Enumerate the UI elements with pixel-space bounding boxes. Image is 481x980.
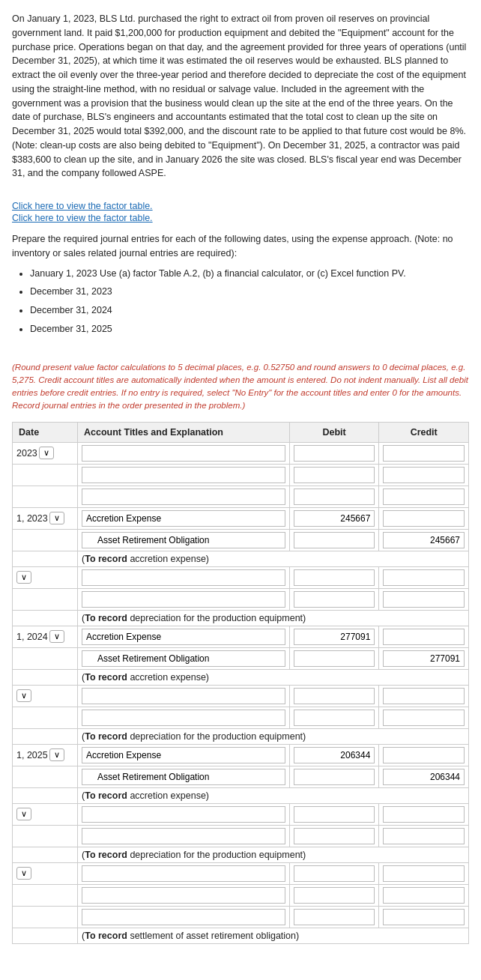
account-input[interactable]: [82, 510, 285, 527]
factor-table-link-2[interactable]: Click here to view the factor table.: [12, 213, 469, 223]
credit-input[interactable]: [383, 650, 465, 667]
record-bold: To record: [85, 554, 127, 564]
date-chevron-btn[interactable]: ∨: [16, 571, 31, 584]
credit-input[interactable]: [383, 445, 465, 462]
debit-input[interactable]: [294, 828, 375, 844]
date-chevron-btn[interactable]: ∨: [16, 689, 31, 702]
debit-input[interactable]: [294, 445, 375, 462]
debit-input[interactable]: [294, 769, 375, 785]
debit-input[interactable]: [294, 710, 375, 726]
date-selector[interactable]: 1, 2023∨: [16, 512, 73, 524]
account-input[interactable]: [82, 747, 285, 763]
debit-input[interactable]: [294, 489, 375, 505]
date-chevron-btn[interactable]: ∨: [39, 447, 54, 459]
account-input[interactable]: [82, 650, 285, 667]
note-row: (To record accretion expense): [13, 669, 469, 685]
credit-input[interactable]: [383, 532, 465, 548]
credit-input[interactable]: [383, 629, 465, 645]
debit-cell: [289, 529, 379, 551]
account-input[interactable]: [82, 591, 285, 608]
credit-input[interactable]: [383, 489, 465, 505]
table-row: [13, 766, 469, 787]
date-chevron-btn[interactable]: ∨: [49, 630, 64, 643]
debit-input[interactable]: [294, 591, 375, 608]
credit-input[interactable]: [383, 909, 465, 925]
account-title-cell: [78, 803, 290, 825]
credit-input[interactable]: [383, 688, 465, 704]
table-row: 2023∨: [13, 442, 469, 464]
credit-cell: [379, 529, 469, 551]
account-input[interactable]: [82, 688, 285, 704]
credit-input[interactable]: [383, 510, 465, 527]
debit-input[interactable]: [294, 887, 375, 904]
debit-input[interactable]: [294, 909, 375, 925]
credit-cell: [379, 464, 469, 486]
credit-input[interactable]: [383, 747, 465, 763]
debit-input[interactable]: [294, 510, 375, 527]
note-date-empty: [13, 669, 78, 685]
account-input[interactable]: [82, 467, 285, 483]
credit-input[interactable]: [383, 806, 465, 823]
debit-input[interactable]: [294, 569, 375, 586]
debit-input[interactable]: [294, 806, 375, 823]
account-input[interactable]: [82, 532, 285, 548]
record-bold: To record: [85, 790, 127, 801]
account-title-cell: [78, 744, 290, 766]
round-note: (Round present value factor calculations…: [12, 361, 469, 413]
date-chevron-btn[interactable]: ∨: [49, 512, 64, 524]
credit-cell: [379, 803, 469, 825]
date-selector[interactable]: ∨: [16, 867, 73, 880]
account-input[interactable]: [82, 489, 285, 505]
account-input[interactable]: [82, 909, 285, 925]
debit-input[interactable]: [294, 629, 375, 645]
credit-cell: [379, 884, 469, 906]
credit-input[interactable]: [383, 865, 465, 882]
note-row: (To record accretion expense): [13, 787, 469, 803]
account-input[interactable]: [82, 828, 285, 844]
date-chevron-btn[interactable]: ∨: [16, 808, 31, 820]
account-input[interactable]: [82, 865, 285, 882]
date-cell-section-jan1-2024: 1, 2024∨: [13, 626, 78, 647]
date-chevron-btn[interactable]: ∨: [49, 748, 64, 761]
debit-input[interactable]: [294, 467, 375, 483]
debit-cell: [289, 685, 379, 707]
table-row: [13, 884, 469, 906]
note-text: (To record depreciation for the producti…: [78, 728, 469, 744]
credit-cell: [379, 862, 469, 884]
date-selector[interactable]: ∨: [16, 571, 73, 584]
date-selector[interactable]: 2023∨: [16, 447, 73, 459]
credit-input[interactable]: [383, 467, 465, 483]
debit-input[interactable]: [294, 650, 375, 667]
table-row: [13, 906, 469, 928]
credit-input[interactable]: [383, 828, 465, 844]
date-chevron-btn[interactable]: ∨: [16, 867, 31, 880]
credit-input[interactable]: [383, 769, 465, 785]
note-date-empty: [13, 551, 78, 566]
account-input[interactable]: [82, 769, 285, 785]
credit-cell: [379, 744, 469, 766]
account-input[interactable]: [82, 629, 285, 645]
credit-input[interactable]: [383, 591, 465, 608]
date-selector[interactable]: ∨: [16, 689, 73, 702]
account-input[interactable]: [82, 806, 285, 823]
debit-input[interactable]: [294, 688, 375, 704]
date-selector[interactable]: 1, 2024∨: [16, 630, 73, 643]
date-selector[interactable]: ∨: [16, 808, 73, 820]
credit-input[interactable]: [383, 887, 465, 904]
credit-input[interactable]: [383, 710, 465, 726]
factor-table-link-1[interactable]: Click here to view the factor table.: [12, 201, 469, 211]
account-input[interactable]: [82, 569, 285, 586]
debit-input[interactable]: [294, 865, 375, 882]
date-selector[interactable]: 1, 2025∨: [16, 748, 73, 761]
debit-cell: [289, 906, 379, 928]
account-input[interactable]: [82, 445, 285, 462]
table-row: ∨: [13, 862, 469, 884]
account-input[interactable]: [82, 710, 285, 726]
debit-input[interactable]: [294, 532, 375, 548]
account-input[interactable]: [82, 887, 285, 904]
credit-cell: [379, 906, 469, 928]
credit-input[interactable]: [383, 569, 465, 586]
debit-cell: [289, 626, 379, 647]
debit-cell: [289, 862, 379, 884]
debit-input[interactable]: [294, 747, 375, 763]
